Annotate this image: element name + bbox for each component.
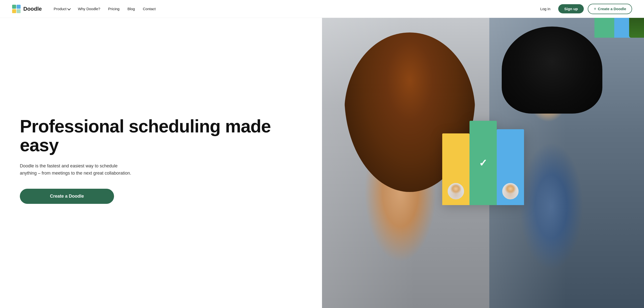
hero-right: ✓: [322, 18, 644, 308]
navbar: Doodle Product Why Doodle? Pricing Blog …: [0, 0, 644, 18]
bg-dec-plant: [629, 18, 644, 38]
plus-icon: +: [594, 7, 596, 11]
check-icon: ✓: [479, 157, 487, 169]
bg-dec-green: [594, 18, 614, 38]
bg-decorations: [594, 18, 644, 38]
nav-item-product[interactable]: Product: [51, 5, 73, 13]
nav-links: Product Why Doodle? Pricing Blog Contact: [51, 5, 159, 13]
logo-text: Doodle: [23, 6, 42, 12]
create-doodle-nav-button[interactable]: + Create a Doodle: [588, 4, 632, 14]
chevron-down-icon: [68, 7, 71, 10]
avatar-woman: [447, 182, 465, 200]
schedule-col-green: ✓: [470, 121, 497, 205]
svg-rect-1: [16, 5, 20, 9]
nav-item-why-doodle[interactable]: Why Doodle?: [75, 5, 103, 13]
navbar-left: Doodle Product Why Doodle? Pricing Blog …: [12, 5, 159, 14]
schedule-col-blue: [497, 129, 524, 205]
avatar-man: [502, 182, 519, 200]
scheduling-overlay: ✓: [442, 121, 524, 205]
svg-rect-0: [12, 5, 16, 9]
hero-headline: Professional scheduling made easy: [20, 117, 307, 154]
logo[interactable]: Doodle: [12, 5, 42, 14]
nav-item-pricing[interactable]: Pricing: [105, 5, 122, 13]
nav-item-blog[interactable]: Blog: [124, 5, 138, 13]
nav-item-contact[interactable]: Contact: [140, 5, 159, 13]
hero-subtitle: Doodle is the fastest and easiest way to…: [20, 162, 134, 177]
svg-rect-3: [16, 9, 20, 13]
schedule-col-yellow: [442, 133, 470, 205]
signup-button[interactable]: Sign up: [558, 4, 584, 14]
svg-rect-2: [12, 9, 16, 13]
hero-left: Professional scheduling made easy Doodle…: [0, 18, 322, 308]
login-button[interactable]: Log in: [536, 5, 554, 13]
hero-section: Professional scheduling made easy Doodle…: [0, 18, 644, 308]
navbar-right: Log in Sign up + Create a Doodle: [536, 4, 632, 14]
create-doodle-hero-button[interactable]: Create a Doodle: [20, 189, 114, 204]
doodle-logo-icon: [12, 5, 21, 14]
